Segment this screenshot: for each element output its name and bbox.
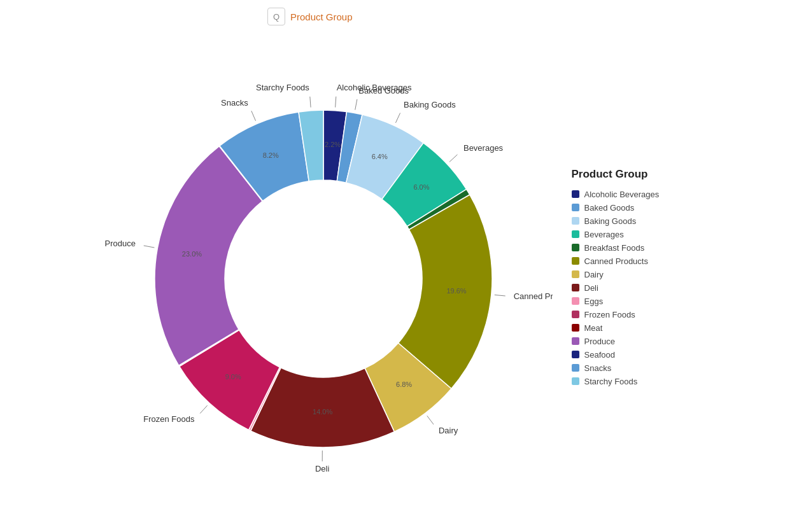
legend-color-swatch bbox=[572, 257, 579, 265]
legend-item: Baking Goods bbox=[572, 216, 705, 226]
segment-name-label: Beverages bbox=[463, 143, 503, 153]
legend-color-swatch bbox=[572, 230, 579, 238]
legend-item-label: Eggs bbox=[584, 297, 604, 306]
legend-item: Canned Products bbox=[572, 256, 705, 266]
legend-item: Dairy bbox=[572, 270, 705, 279]
segment-percent-label: 9.0% bbox=[225, 373, 241, 381]
legend-item-label: Deli bbox=[584, 283, 598, 293]
legend-item: Alcoholic Beverages bbox=[572, 190, 705, 199]
legend-item-label: Dairy bbox=[584, 270, 604, 279]
search-icon: Q bbox=[267, 8, 285, 25]
legend-item-label: Beverages bbox=[584, 230, 624, 239]
legend-item-label: Frozen Foods bbox=[584, 310, 635, 319]
legend-color-swatch bbox=[572, 204, 579, 211]
legend-color-swatch bbox=[572, 190, 579, 198]
legend-color-swatch bbox=[572, 377, 579, 385]
legend-item: Meat bbox=[572, 323, 705, 333]
segment-percent-label: 14.0% bbox=[313, 408, 332, 416]
legend-item: Snacks bbox=[572, 363, 705, 373]
segment-percent-label: 19.6% bbox=[446, 287, 466, 295]
chart-svg: .seg-label { font-size: 13px; fill: #333… bbox=[94, 50, 553, 508]
legend-color-swatch bbox=[572, 217, 579, 225]
legend-item-label: Baking Goods bbox=[584, 216, 637, 226]
segment-label-line bbox=[143, 246, 154, 248]
segment-percent-label: 23.0% bbox=[181, 250, 201, 258]
segment-label-line bbox=[427, 416, 433, 424]
legend-item: Produce bbox=[572, 337, 705, 346]
legend-item-label: Seafood bbox=[584, 350, 615, 360]
main-content: .seg-label { font-size: 13px; fill: #333… bbox=[0, 25, 799, 532]
legend-item-label: Baked Goods bbox=[584, 203, 635, 213]
segment-name-label: Starchy Foods bbox=[256, 83, 309, 92]
legend-item-label: Canned Products bbox=[584, 256, 648, 266]
legend-item: Eggs bbox=[572, 297, 705, 306]
legend-item: Beverages bbox=[572, 230, 705, 239]
legend-color-swatch bbox=[572, 364, 579, 372]
segment-percent-label: 6.0% bbox=[413, 183, 429, 191]
legend-color-swatch bbox=[572, 311, 579, 318]
segment-name-label: Frozen Foods bbox=[143, 414, 195, 424]
legend-color-swatch bbox=[572, 351, 579, 358]
segment-label-line bbox=[494, 295, 505, 296]
segment-label-line bbox=[335, 97, 336, 108]
segment-name-label: Dairy bbox=[438, 426, 458, 435]
legend-color-swatch bbox=[572, 324, 579, 332]
segment-percent-label: 6.4% bbox=[371, 153, 387, 160]
segment-name-label: Deli bbox=[315, 464, 329, 473]
chart-title: Product Group bbox=[290, 11, 353, 22]
segment-label-line bbox=[449, 155, 456, 162]
chart-header: Q Product Group bbox=[0, 0, 799, 25]
legend-color-swatch bbox=[572, 297, 579, 305]
chart-legend: Product Group Alcoholic Beverages Baked … bbox=[553, 168, 705, 390]
legend-item: Breakfast Foods bbox=[572, 243, 705, 253]
legend-item-label: Produce bbox=[584, 337, 615, 346]
legend-item-label: Alcoholic Beverages bbox=[584, 190, 660, 199]
legend-item-label: Breakfast Foods bbox=[584, 243, 645, 253]
legend-item: Frozen Foods bbox=[572, 310, 705, 319]
segment-percent-label: 8.2% bbox=[262, 151, 278, 159]
legend-item: Starchy Foods bbox=[572, 377, 705, 386]
legend-item: Deli bbox=[572, 283, 705, 293]
segment-name-label: Snacks bbox=[221, 98, 248, 108]
segment-label-line bbox=[395, 113, 400, 123]
segment-label-line bbox=[309, 97, 310, 108]
segment-name-label: Produce bbox=[104, 239, 135, 248]
segment-label-line bbox=[251, 111, 255, 121]
segment-percent-label: 6.8% bbox=[396, 381, 412, 388]
legend-item: Seafood bbox=[572, 350, 705, 360]
segment-label-line bbox=[355, 99, 357, 110]
segment-name-label: Canned Products bbox=[513, 291, 552, 301]
legend-color-swatch bbox=[572, 270, 579, 278]
legend-item-label: Meat bbox=[584, 323, 603, 333]
segment-percent-label: 2.2% bbox=[324, 141, 340, 148]
segment-name-label: Baking Goods bbox=[404, 100, 456, 109]
segment-name-label: Baked Goods bbox=[358, 86, 409, 95]
legend-item-label: Starchy Foods bbox=[584, 377, 638, 386]
legend-title: Product Group bbox=[572, 168, 705, 181]
legend-color-swatch bbox=[572, 337, 579, 345]
donut-chart: .seg-label { font-size: 13px; fill: #333… bbox=[94, 50, 553, 508]
legend-item-label: Snacks bbox=[584, 363, 612, 373]
segment-label-line bbox=[200, 405, 207, 414]
legend-color-swatch bbox=[572, 284, 579, 291]
legend-item: Baked Goods bbox=[572, 203, 705, 213]
legend-color-swatch bbox=[572, 244, 579, 251]
